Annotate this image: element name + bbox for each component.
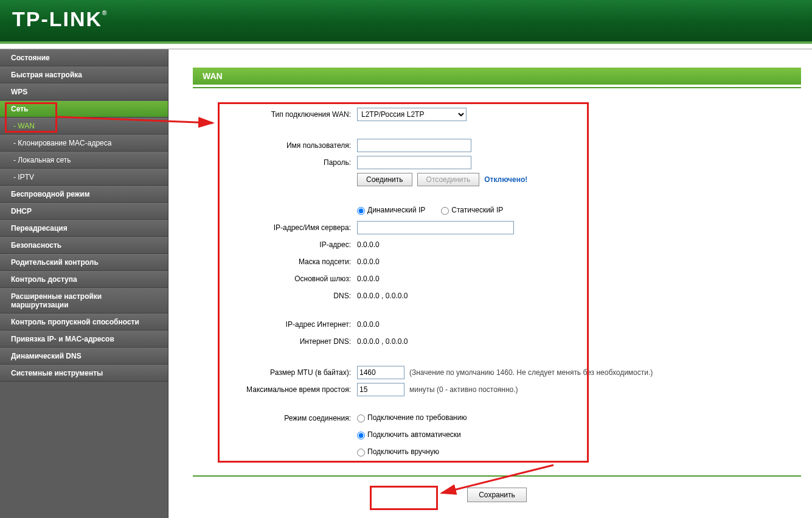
inet-dns-value: 0.0.0.0 , 0.0.0.0 xyxy=(357,337,408,346)
sidebar-item-4[interactable]: - WAN xyxy=(0,117,168,135)
mode-manual-radio[interactable] xyxy=(357,449,365,457)
mask-value: 0.0.0.0 xyxy=(357,257,380,266)
page-title: WAN xyxy=(193,68,801,85)
inet-dns-label: Интернет DNS: xyxy=(193,337,357,346)
wan-type-select[interactable]: L2TP/Россия L2TP xyxy=(357,108,467,121)
idle-label: Максимальное время простоя: xyxy=(193,385,357,394)
mode-auto-text: Подключить автоматически xyxy=(367,430,461,439)
sidebar-item-7[interactable]: - IPTV xyxy=(0,169,168,186)
mode-manual-text: Подключить вручную xyxy=(367,447,439,456)
static-ip-radio[interactable] xyxy=(441,207,449,215)
static-ip-text: Статический IP xyxy=(451,206,503,214)
static-ip-radio-label[interactable]: Статический IP xyxy=(441,206,503,214)
sidebar-item-16[interactable]: Привязка IP- и MAC-адресов xyxy=(0,331,168,348)
mode-auto-radio[interactable] xyxy=(357,432,365,439)
brand-text: TP-LINK xyxy=(12,7,102,30)
connect-button[interactable]: Соединить xyxy=(357,173,412,186)
wan-type-label: Тип подключения WAN: xyxy=(193,110,357,119)
dynamic-ip-text: Динамический IP xyxy=(367,206,425,214)
dynamic-ip-radio-label[interactable]: Динамический IP xyxy=(357,206,425,214)
wan-form: Тип подключения WAN: L2TP/Россия L2TP Им… xyxy=(193,99,801,472)
header-bar: TP-LINK® xyxy=(0,0,812,44)
mtu-input[interactable] xyxy=(357,366,404,379)
sidebar-item-1[interactable]: Быстрая настройка xyxy=(0,66,168,83)
mode-demand-radio[interactable] xyxy=(357,415,365,422)
mode-demand-text: Подключение по требованию xyxy=(367,413,467,422)
sidebar-item-2[interactable]: WPS xyxy=(0,83,168,100)
mode-auto-label[interactable]: Подключить автоматически xyxy=(357,430,461,439)
content-area: WAN Тип подключения WAN: L2TP/Россия L2T… xyxy=(168,49,812,518)
idle-note: минуты (0 - активно постоянно.) xyxy=(409,385,518,394)
sidebar-item-11[interactable]: Безопасность xyxy=(0,237,168,254)
server-label: IP-адрес/Имя сервера: xyxy=(193,223,357,232)
dns-label: DNS: xyxy=(193,292,357,300)
sidebar-item-0[interactable]: Состояние xyxy=(0,49,168,66)
save-button[interactable]: Сохранить xyxy=(467,488,527,502)
sidebar-item-5[interactable]: - Клонирование MAC-адреса xyxy=(0,135,168,152)
mode-manual-label[interactable]: Подключить вручную xyxy=(357,447,439,456)
sidebar-item-18[interactable]: Системные инструменты xyxy=(0,365,168,382)
gateway-value: 0.0.0.0 xyxy=(357,275,380,283)
sidebar: СостояниеБыстрая настройкаWPSСеть- WAN- … xyxy=(0,49,168,518)
brand-logo: TP-LINK® xyxy=(12,7,108,31)
ip-value: 0.0.0.0 xyxy=(357,240,380,249)
title-underline xyxy=(193,87,801,88)
bottom-underline xyxy=(193,475,801,477)
mode-demand-label[interactable]: Подключение по требованию xyxy=(357,413,467,422)
sidebar-item-14[interactable]: Расширенные настройки маршрутизации xyxy=(0,288,168,313)
connection-status: Отключено! xyxy=(484,175,527,184)
dns-value: 0.0.0.0 , 0.0.0.0 xyxy=(357,292,408,300)
inet-ip-value: 0.0.0.0 xyxy=(357,320,380,329)
username-input[interactable] xyxy=(357,139,471,152)
idle-input[interactable] xyxy=(357,383,404,396)
mtu-note: (Значение по умолчанию 1460. Не следует … xyxy=(409,368,653,377)
gateway-label: Основной шлюз: xyxy=(193,275,357,283)
disconnect-button[interactable]: Отсоединить xyxy=(417,173,480,186)
inet-ip-label: IP-адрес Интернет: xyxy=(193,320,357,329)
top-divider xyxy=(0,44,812,49)
password-label: Пароль: xyxy=(193,158,357,167)
username-label: Имя пользователя: xyxy=(193,141,357,150)
mtu-label: Размер MTU (в байтах): xyxy=(193,368,357,377)
sidebar-item-6[interactable]: - Локальная сеть xyxy=(0,152,168,169)
sidebar-item-12[interactable]: Родительский контроль xyxy=(0,254,168,271)
sidebar-item-17[interactable]: Динамический DNS xyxy=(0,348,168,365)
server-input[interactable] xyxy=(357,221,514,234)
dynamic-ip-radio[interactable] xyxy=(357,207,365,215)
sidebar-item-9[interactable]: DHCP xyxy=(0,203,168,220)
sidebar-item-13[interactable]: Контроль доступа xyxy=(0,271,168,288)
ip-label: IP-адрес: xyxy=(193,240,357,249)
password-input[interactable] xyxy=(357,156,471,169)
sidebar-item-15[interactable]: Контроль пропускной способности xyxy=(0,313,168,331)
mode-label: Режим соединения: xyxy=(193,414,357,422)
sidebar-item-8[interactable]: Беспроводной режим xyxy=(0,186,168,203)
mask-label: Маска подсети: xyxy=(193,257,357,266)
sidebar-item-10[interactable]: Переадресация xyxy=(0,220,168,237)
registered-icon: ® xyxy=(102,10,108,16)
sidebar-item-3[interactable]: Сеть xyxy=(0,100,168,117)
